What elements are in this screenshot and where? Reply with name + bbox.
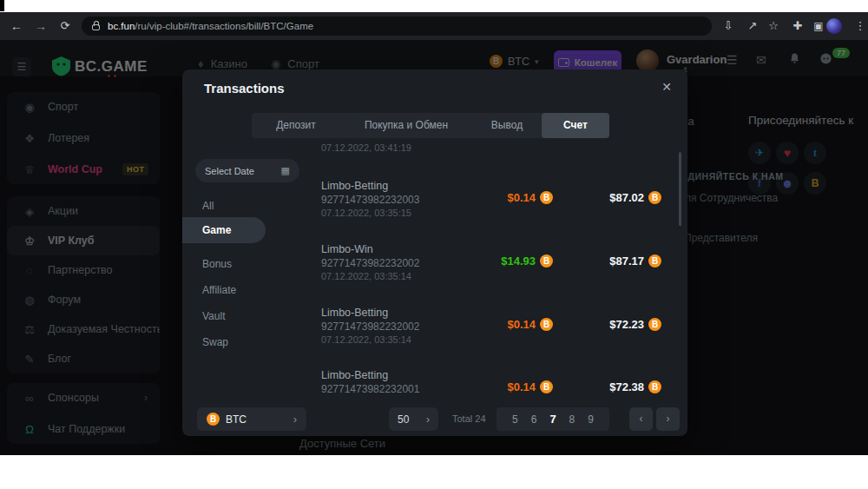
footer-currency-selector[interactable]: B BTC ›	[197, 407, 306, 431]
tab-withdraw[interactable]: Вывод	[472, 113, 542, 138]
txn-balance: $72.38B	[609, 380, 661, 393]
txn-date: 07.12.2022, 03:35:15	[321, 208, 411, 218]
footer-currency-label: BTC	[226, 413, 247, 426]
txn-balance: $87.02B	[609, 191, 661, 204]
close-icon[interactable]: ✕	[661, 80, 672, 94]
filter-vault[interactable]: Vault	[202, 310, 225, 322]
page-number[interactable]: 8	[569, 413, 575, 426]
extensions-icon[interactable]: ✚	[788, 12, 807, 40]
url-path: /ru/vip-club#/transactions/bill/BTC/Game	[135, 21, 313, 31]
page-number[interactable]: 5	[512, 413, 518, 426]
btc-coin-icon: B	[648, 254, 661, 268]
btc-coin-icon: B	[207, 413, 220, 426]
bottom-white-strip	[0, 455, 868, 489]
txn-balance: $87.17B	[609, 254, 661, 268]
btc-coin-icon: B	[540, 254, 553, 268]
btc-coin-icon: B	[540, 191, 553, 204]
page-viewport: ☰ BC.GAME ♦ Казино ◉ Спорт B BTC	[0, 40, 868, 455]
transaction-row: Limbo-Betting 92771473982232002 07.12.20…	[321, 307, 668, 360]
txn-id: 92771473982232001	[321, 383, 419, 395]
txn-id: 92771473982232002	[321, 257, 419, 269]
filter-swap[interactable]: Swap	[202, 336, 228, 348]
btc-coin-icon: B	[540, 380, 553, 393]
transaction-row: Limbo-Betting 92771473982232003 07.12.20…	[321, 180, 668, 234]
page-size-selector[interactable]: 50 ›	[389, 407, 438, 431]
address-bar[interactable]: bc.fun/ru/vip-club#/transactions/bill/BT…	[82, 17, 712, 36]
filter-all[interactable]: All	[202, 200, 214, 212]
select-date-label: Select Date	[205, 166, 254, 176]
btc-coin-icon: B	[648, 380, 661, 393]
screen-corner-notch	[0, 0, 4, 11]
browser-reload-icon[interactable]: ⟳	[54, 12, 76, 40]
transactions-tab-bar: Депозит Покупка и Обмен Вывод Счет	[252, 113, 609, 138]
txn-change: $0.14B	[507, 380, 553, 393]
calendar-icon: ▦	[281, 165, 290, 176]
pagination-next-button[interactable]: ›	[656, 407, 680, 431]
txn-id: 92771473982232003	[321, 194, 419, 206]
page-number[interactable]: 6	[531, 413, 537, 426]
txn-date: 07.12.2022, 03:35:14	[321, 334, 411, 345]
browser-profile-avatar[interactable]	[826, 18, 842, 34]
transactions-modal: Transactions ✕ Депозит Покупка и Обмен В…	[182, 69, 687, 436]
txn-name: Limbo-Win	[321, 243, 373, 255]
filter-affiliate[interactable]: Affiliate	[202, 284, 236, 296]
clipped-row-date: 07.12.2022, 03:41:19	[321, 142, 411, 153]
bookmark-star-icon[interactable]: ☆	[764, 12, 783, 40]
tab-deposit[interactable]: Депозит	[252, 113, 340, 138]
url-domain: bc.fun	[108, 21, 135, 31]
total-count-label: Total 24	[452, 413, 486, 424]
tab-buy-swap[interactable]: Покупка и Обмен	[340, 113, 472, 138]
txn-name: Limbo-Betting	[321, 307, 388, 319]
filter-game[interactable]: Game	[182, 217, 266, 243]
page-number[interactable]: 9	[588, 413, 594, 426]
btc-coin-icon: B	[648, 318, 661, 331]
pagination-prev-button[interactable]: ‹	[629, 407, 653, 431]
modal-title: Transactions	[204, 81, 285, 96]
page-number-active[interactable]: 7	[549, 413, 556, 426]
txn-balance: $72.23B	[609, 318, 661, 331]
transactions-list: 07.12.2022, 03:41:19 Limbo-Betting 92771…	[321, 139, 668, 398]
transaction-row: Limbo-Win 92771473982232002 07.12.2022, …	[321, 243, 668, 297]
page-size-value: 50	[398, 413, 409, 426]
transaction-row: Limbo-Betting 92771473982232001 $0.14B $…	[321, 369, 668, 398]
screen: ← → ⟳ bc.fun/ru/vip-club#/transactions/b…	[0, 0, 868, 489]
chevron-right-icon: ›	[426, 413, 430, 426]
txn-change: $0.14B	[507, 191, 553, 204]
btc-coin-icon: B	[648, 191, 661, 204]
scrollbar-thumb[interactable]	[679, 152, 681, 226]
txn-id: 92771473982232002	[321, 320, 419, 333]
browser-forward-icon[interactable]: →	[30, 12, 52, 40]
filter-bonus[interactable]: Bonus	[202, 258, 232, 270]
txn-date: 07.12.2022, 03:35:14	[321, 271, 411, 281]
browser-menu-icon[interactable]: ⋮	[851, 12, 868, 40]
txn-name: Limbo-Betting	[321, 180, 388, 192]
browser-toolbar: ← → ⟳ bc.fun/ru/vip-club#/transactions/b…	[0, 12, 868, 40]
tab-bill[interactable]: Счет	[542, 113, 609, 138]
pagination: 5 6 7 8 9	[496, 407, 609, 431]
txn-name: Limbo-Betting	[321, 369, 388, 381]
install-icon[interactable]: ⇩	[719, 12, 738, 40]
share-icon[interactable]: ↗	[743, 12, 762, 40]
chevron-right-icon: ›	[293, 413, 297, 426]
txn-change: $14.93B	[501, 254, 553, 268]
browser-back-icon[interactable]: ←	[5, 12, 28, 40]
select-date-button[interactable]: Select Date ▦	[195, 159, 299, 182]
split-view-icon[interactable]: ▣	[809, 12, 828, 40]
url-text[interactable]: bc.fun/ru/vip-club#/transactions/bill/BT…	[108, 21, 313, 31]
btc-coin-icon: B	[540, 318, 553, 331]
txn-change: $0.14B	[507, 318, 553, 331]
lock-icon	[92, 24, 100, 30]
